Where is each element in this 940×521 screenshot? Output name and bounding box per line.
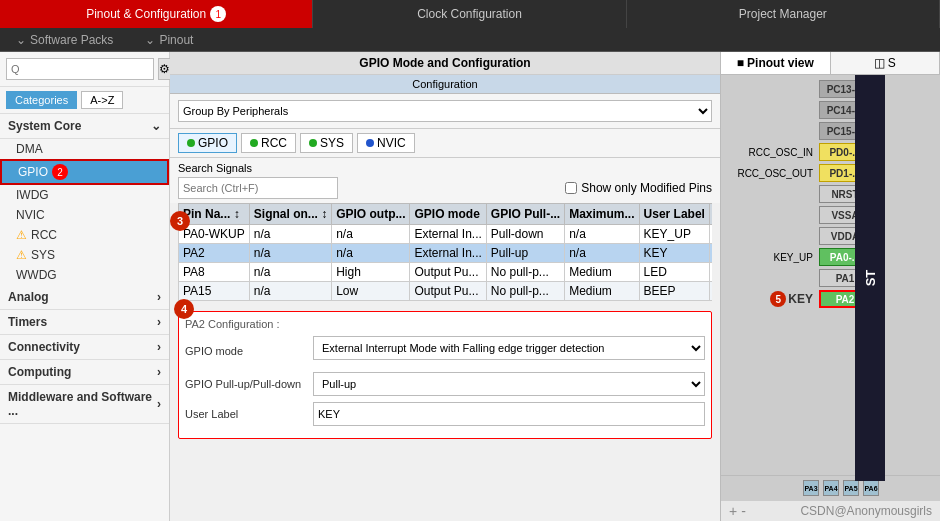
table-row[interactable]: PA0-WKUP n/a n/a External In... Pull-dow… bbox=[179, 225, 713, 244]
computing-label: Computing bbox=[8, 365, 71, 379]
panel-title: GPIO Mode and Configuration bbox=[170, 52, 720, 75]
key-label-area: 5 KEY bbox=[770, 291, 813, 307]
annotation-badge-3: 3 bbox=[170, 211, 190, 231]
gpio-pull-row: GPIO Pull-up/Pull-down Pull-up bbox=[185, 372, 705, 396]
mode-tab-gpio[interactable]: GPIO bbox=[178, 133, 237, 153]
tab-s-label: S bbox=[888, 56, 896, 70]
sidebar-item-wwdg[interactable]: WWDG bbox=[0, 265, 169, 285]
show-modified-checkbox[interactable] bbox=[565, 182, 577, 194]
right-panel: ■ Pinout view ◫ S ST bbox=[720, 52, 940, 521]
pin-pc14: PC14-... bbox=[729, 100, 940, 120]
connectivity-label: Connectivity bbox=[8, 340, 80, 354]
gpio-badge: 2 bbox=[52, 164, 68, 180]
tab-project-label: Project Manager bbox=[739, 7, 827, 21]
table-row[interactable]: PA15 n/a Low Output Pu... No pull-p... M… bbox=[179, 282, 713, 301]
v-pin-pa6-box[interactable]: PA6 bbox=[863, 480, 879, 496]
sidebar-group-system-core-header[interactable]: System Core ⌄ bbox=[0, 114, 169, 139]
zoom-out-icon[interactable]: - bbox=[741, 503, 746, 519]
chevron-right-icon-conn: › bbox=[157, 340, 161, 354]
tab-pinout[interactable]: Pinout & Configuration 1 bbox=[0, 0, 313, 28]
cell-gpio-pull: No pull-p... bbox=[486, 282, 564, 301]
cell-modified bbox=[709, 263, 712, 282]
gpio-pull-select[interactable]: Pull-up bbox=[313, 372, 705, 396]
search-input[interactable] bbox=[6, 58, 154, 80]
cell-gpio-out: n/a bbox=[332, 244, 410, 263]
subtab-software-packs[interactable]: ⌄ Software Packs bbox=[0, 28, 129, 51]
cell-signal: n/a bbox=[249, 225, 331, 244]
filter-tabs: Categories A->Z bbox=[0, 87, 169, 114]
pa2-config-title: PA2 Configuration : bbox=[185, 318, 705, 330]
cell-gpio-out: High bbox=[332, 263, 410, 282]
config-bar: Group By Peripherals bbox=[170, 94, 720, 129]
sidebar-group-analog-header[interactable]: Analog › bbox=[0, 285, 169, 310]
th-signal[interactable]: Signal on... ↕ bbox=[249, 204, 331, 225]
user-label-input[interactable] bbox=[313, 402, 705, 426]
v-pin-pa4-box[interactable]: PA4 bbox=[823, 480, 839, 496]
v-pin-pa3-box[interactable]: PA3 bbox=[803, 480, 819, 496]
sidebar-item-gpio[interactable]: GPIO 2 bbox=[0, 159, 169, 185]
pa2-config-section: 4 PA2 Configuration : GPIO mode External… bbox=[170, 305, 720, 445]
table-section: 3 Pin Na... ↕ Signal on... ↕ GPIO outp..… bbox=[170, 203, 720, 301]
tab-s[interactable]: ◫ S bbox=[831, 52, 941, 74]
filter-az[interactable]: A->Z bbox=[81, 91, 123, 109]
group-by-select[interactable]: Group By Peripherals bbox=[178, 100, 712, 122]
mode-tab-sys[interactable]: SYS bbox=[300, 133, 353, 153]
mode-tab-rcc-label: RCC bbox=[261, 136, 287, 150]
middleware-label: Middleware and Software ... bbox=[8, 390, 157, 418]
sub-tab-bar: ⌄ Software Packs ⌄ Pinout bbox=[0, 28, 940, 52]
subtab-pinout[interactable]: ⌄ Pinout bbox=[129, 28, 209, 51]
signals-search-input[interactable] bbox=[178, 177, 338, 199]
th-gpio-pull[interactable]: GPIO Pull-... bbox=[486, 204, 564, 225]
sidebar-group-connectivity-header[interactable]: Connectivity › bbox=[0, 335, 169, 360]
sidebar-item-dma[interactable]: DMA bbox=[0, 139, 169, 159]
cell-gpio-out: Low bbox=[332, 282, 410, 301]
gpio-table-scroll: Pin Na... ↕ Signal on... ↕ GPIO outp... … bbox=[178, 203, 712, 301]
gpio-mode-label: GPIO mode bbox=[185, 345, 305, 357]
sidebar-item-nvic[interactable]: NVIC bbox=[0, 205, 169, 225]
filter-categories[interactable]: Categories bbox=[6, 91, 77, 109]
th-gpio-out[interactable]: GPIO outp... bbox=[332, 204, 410, 225]
pin-pd1: RCC_OSC_OUT PD1-... bbox=[729, 163, 940, 183]
watermark: CSDN@Anonymousgirls bbox=[800, 504, 932, 518]
cell-pin-name: PA8 bbox=[179, 263, 250, 282]
cell-user-label: BEEP bbox=[639, 282, 709, 301]
table-row[interactable]: PA2 n/a n/a External In... Pull-up n/a K… bbox=[179, 244, 713, 263]
dot-nvic bbox=[366, 139, 374, 147]
cell-maximum: n/a bbox=[565, 244, 639, 263]
config-label: Configuration bbox=[170, 75, 720, 94]
sidebar-group-middleware-header[interactable]: Middleware and Software ... › bbox=[0, 385, 169, 424]
chip-body-right: ST bbox=[855, 75, 885, 481]
tab-s-icon: ◫ bbox=[874, 56, 885, 70]
cell-user-label: KEY bbox=[639, 244, 709, 263]
tab-clock[interactable]: Clock Configuration bbox=[313, 0, 626, 28]
chip-label: ST bbox=[863, 270, 878, 287]
mode-tab-rcc[interactable]: RCC bbox=[241, 133, 296, 153]
v-pin-pa5: PA5 bbox=[842, 480, 860, 496]
pinout-view-icon: ■ bbox=[737, 56, 744, 70]
zoom-in-icon[interactable]: + bbox=[729, 503, 737, 519]
v-pin-pa6: PA6 bbox=[862, 480, 880, 496]
sidebar-item-rcc[interactable]: ⚠ RCC bbox=[0, 225, 169, 245]
th-user-label[interactable]: User Label bbox=[639, 204, 709, 225]
signals-label: Search Signals bbox=[178, 162, 712, 174]
sidebar-item-iwdg[interactable]: IWDG bbox=[0, 185, 169, 205]
sidebar-group-timers-header[interactable]: Timers › bbox=[0, 310, 169, 335]
subtab-pinout-label: Pinout bbox=[159, 33, 193, 47]
cell-pin-name: PA2 bbox=[179, 244, 250, 263]
sidebar-items-list: System Core ⌄ DMA GPIO 2 IWDG NVIC ⚠ RCC… bbox=[0, 114, 169, 521]
th-gpio-mode[interactable]: GPIO mode bbox=[410, 204, 486, 225]
sidebar-group-computing-header[interactable]: Computing › bbox=[0, 360, 169, 385]
table-row[interactable]: PA8 n/a High Output Pu... No pull-p... M… bbox=[179, 263, 713, 282]
sidebar-item-sys[interactable]: ⚠ SYS bbox=[0, 245, 169, 265]
tab-pinout-view[interactable]: ■ Pinout view bbox=[721, 52, 831, 74]
tab-project[interactable]: Project Manager bbox=[627, 0, 940, 28]
mode-tab-nvic[interactable]: NVIC bbox=[357, 133, 415, 153]
th-modified[interactable]: Modified bbox=[709, 204, 712, 225]
gpio-mode-select[interactable]: External Interrupt Mode with Falling edg… bbox=[313, 336, 705, 360]
v-pin-pa5-box[interactable]: PA5 bbox=[843, 480, 859, 496]
cell-gpio-mode: Output Pu... bbox=[410, 263, 486, 282]
th-maximum[interactable]: Maximum... bbox=[565, 204, 639, 225]
cell-gpio-pull: Pull-up bbox=[486, 244, 564, 263]
key-label: KEY bbox=[788, 292, 813, 306]
gpio-pull-label: GPIO Pull-up/Pull-down bbox=[185, 378, 305, 390]
